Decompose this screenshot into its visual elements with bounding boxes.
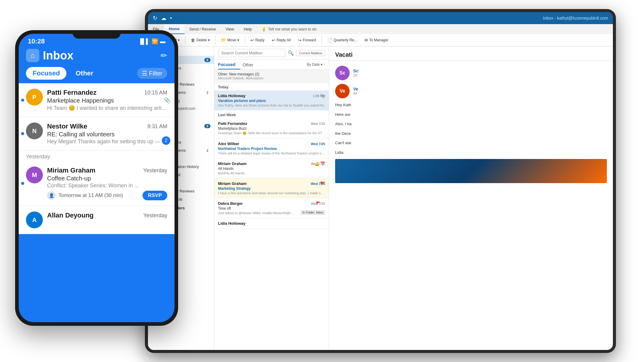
email-content-1: Nestor Wilke 9:31 AM RE: Calling all vol… bbox=[47, 122, 167, 145]
email-tab-other[interactable]: Other bbox=[243, 60, 258, 69]
subject-patti: Marketplace Buzz bbox=[218, 126, 325, 131]
outlook-cloud-icon[interactable]: ☁ bbox=[161, 15, 166, 21]
outlook-main: ▾ Favorites 📥 Inbox 8 📤 Sent Items 📝 bbox=[148, 46, 613, 350]
email-item-lidia-last[interactable]: Lidia Holloway bbox=[214, 218, 329, 229]
tab-help[interactable]: Help bbox=[239, 24, 257, 34]
email-row1-patti: Patti Fernandez Wed 7/25 bbox=[218, 121, 325, 126]
subject-lidia-today: Vacation pictures and plans bbox=[218, 99, 325, 103]
email-search-row: 🔍 Current Mailbox bbox=[214, 46, 329, 60]
forward-button[interactable]: ↪ Forward bbox=[295, 36, 319, 44]
preview-miriam-mkt: I have a few questions and ideas around … bbox=[218, 191, 325, 195]
reading-line2: Also, I ha bbox=[335, 121, 607, 127]
email-content-y0: Miriam Graham Yesterday Coffee Catch-up … bbox=[47, 167, 167, 200]
home-icon[interactable]: ⌂ bbox=[26, 49, 39, 62]
email-item-patti[interactable]: Patti Fernandez Wed 7/25 Marketplace Buz… bbox=[214, 118, 329, 138]
sender-0: Patti Fernandez bbox=[47, 89, 97, 97]
tell-me-bar[interactable]: 💡 Tell me what you want to do bbox=[257, 24, 613, 34]
preview-patti: Greetings Team 😊. With the recent buzz i… bbox=[218, 131, 325, 135]
phone-tab-bar: Focused Other ☰ Filter bbox=[19, 67, 175, 83]
delete-button[interactable]: 🗑 Delete ▾ bbox=[188, 36, 213, 44]
reply-label: Reply bbox=[255, 38, 264, 42]
phone-tab-other[interactable]: Other bbox=[69, 67, 100, 80]
email-row1-1: Nestor Wilke 9:31 AM bbox=[47, 122, 167, 130]
group-lastweek-label: Last Week bbox=[218, 113, 236, 117]
reading-image bbox=[335, 159, 607, 183]
rsvp-row: 👤 Tomorrow at 11 AM (30 min) RSVP bbox=[47, 191, 167, 200]
tab-view[interactable]: View bbox=[221, 24, 239, 34]
email-group-lastweek: Last Week bbox=[214, 110, 329, 118]
reading-signature: Lidia bbox=[335, 150, 607, 156]
move-button[interactable]: 📁 Move ▾ bbox=[218, 36, 242, 44]
lightbulb-icon: 💡 bbox=[261, 27, 266, 31]
email-list-body: Other: New messages (2) Microsoft Outloo… bbox=[214, 70, 329, 350]
email-item-lidia-today[interactable]: Lidia Holloway 1:39 PM Vacation pictures… bbox=[214, 91, 329, 110]
reading-header: Vacati bbox=[329, 46, 613, 61]
toolbar-divider-1 bbox=[185, 36, 185, 44]
email-tab-focused[interactable]: Focused bbox=[218, 60, 240, 69]
phone-screen: 10:28 ▐▌▌ 🛜 ▬ ⌂ Inbox ✏ Focused bbox=[19, 34, 175, 322]
phone-email-list: P Patti Fernandez 10:15 AM Marketplace H… bbox=[19, 83, 175, 234]
mailbox-dropdown[interactable]: Current Mailbox bbox=[296, 50, 325, 56]
time-y1: Yesterday bbox=[143, 212, 167, 219]
phone-email-item-1[interactable]: N Nestor Wilke 9:31 AM RE: Calling all v… bbox=[19, 117, 175, 151]
subject-miriam-mkt: Marketing Strategy bbox=[218, 186, 325, 191]
sort-arrow-icon: ▾ bbox=[321, 62, 322, 67]
notification-icons: 🔔 📅 bbox=[315, 161, 325, 166]
tablet-device: ↻ ☁ • Inbox - kathyt@lucernepubintl.com … bbox=[145, 9, 616, 353]
subject-0: Marketplace Happenings bbox=[47, 97, 167, 104]
attachment-name: Ve bbox=[353, 87, 358, 91]
phone-time: 10:28 bbox=[28, 37, 45, 45]
folder-inbox-badge: 8 bbox=[204, 124, 210, 128]
search-input[interactable] bbox=[218, 49, 285, 57]
email-item-alex[interactable]: Alex Wilber Wed 7/25 Northwind Traders P… bbox=[214, 138, 329, 158]
phone-email-item-yesterday-1[interactable]: A Allan Deyoung Yesterday bbox=[19, 206, 175, 234]
titlebar-left: ↻ ☁ • bbox=[153, 15, 172, 21]
phone-status-icons: ▐▌▌ 🛜 ▬ bbox=[138, 38, 165, 45]
email-content-y1: Allan Deyoung Yesterday bbox=[47, 211, 167, 219]
email-row1-debra: Debra Berger Wed 7/25 bbox=[218, 201, 325, 206]
email-other-notice[interactable]: Other: New messages (2) Microsoft Outloo… bbox=[214, 70, 329, 83]
phone-inbox-title: ⌂ Inbox bbox=[26, 49, 73, 62]
email-row1-miriam-mkt: Miriam Graham Wed 7/25 bbox=[218, 181, 325, 186]
search-icon[interactable]: 🔍 bbox=[288, 50, 294, 56]
email-list-tabs: Focused Other By Date ▾ ↑ bbox=[214, 60, 329, 70]
phone-email-item-0[interactable]: P Patti Fernandez 10:15 AM Marketplace H… bbox=[19, 83, 175, 117]
ribbon-tab-row: File Home Send / Receive View Help 💡 Tel… bbox=[148, 24, 613, 34]
move-label: Move bbox=[227, 38, 236, 42]
email-sort[interactable]: By Date ▾ ↑ bbox=[307, 62, 325, 67]
email-item-miriam-allhands[interactable]: Miriam Graham Wed 7/25 All Hands Monthly… bbox=[214, 158, 329, 178]
outlook-refresh-icon[interactable]: ↻ bbox=[153, 15, 157, 21]
phone-tab-focused[interactable]: Focused bbox=[26, 67, 66, 80]
email-item-miriam-marketing[interactable]: Miriam Graham Wed 7/25 Marketing Strateg… bbox=[214, 178, 329, 198]
compose-button[interactable]: ✏ bbox=[161, 51, 167, 60]
sort-up-icon: ↑ bbox=[323, 62, 325, 67]
forward-icon: ↪ bbox=[298, 38, 302, 43]
sender-alex: Alex Wilber bbox=[218, 141, 239, 146]
time-y0: Yesterday bbox=[143, 167, 167, 174]
filter-button[interactable]: ☰ Filter bbox=[137, 68, 167, 79]
sender-name-1: Sc bbox=[353, 68, 358, 73]
phone-email-item-yesterday-0[interactable]: M Miriam Graham Yesterday Coffee Catch-u… bbox=[19, 161, 175, 206]
reply-button[interactable]: ↩ Reply bbox=[247, 36, 268, 44]
avatar-patti: P bbox=[26, 89, 43, 106]
avatar-allan: A bbox=[26, 211, 43, 228]
delete-label: Delete bbox=[196, 38, 207, 42]
to-manager-button[interactable]: ✉ To Manager bbox=[361, 36, 391, 44]
rsvp-button[interactable]: RSVP bbox=[143, 191, 167, 200]
quarterly-re-button[interactable]: 📄 Quarterly Re... bbox=[324, 36, 360, 44]
preview-1: Hey Megan! Thanks again for setting this… bbox=[47, 138, 167, 145]
other-notice-title: Other: New messages (2) bbox=[218, 72, 325, 76]
to-manager-label: To Manager bbox=[369, 38, 388, 42]
subject-miriam-ah: All Hands bbox=[218, 167, 325, 171]
time-alex: Wed 7/25 bbox=[311, 142, 325, 146]
reply-all-button[interactable]: ↩ Reply All bbox=[269, 36, 294, 44]
subject-y0: Coffee Catch-up bbox=[47, 175, 167, 182]
outlook-pin-icon[interactable]: • bbox=[170, 15, 172, 21]
avatar-miriam: M bbox=[26, 167, 43, 183]
email-row1-y1: Allan Deyoung Yesterday bbox=[47, 211, 167, 219]
calendar-icon: 📅 bbox=[320, 161, 325, 166]
email-item-debra[interactable]: Debra Berger Wed 7/25 Time off Just talk… bbox=[214, 198, 329, 218]
toolbar-divider-3 bbox=[245, 36, 245, 44]
folder-deleted-badge: 2 bbox=[204, 148, 210, 153]
tab-send-receive[interactable]: Send / Receive bbox=[184, 24, 221, 34]
